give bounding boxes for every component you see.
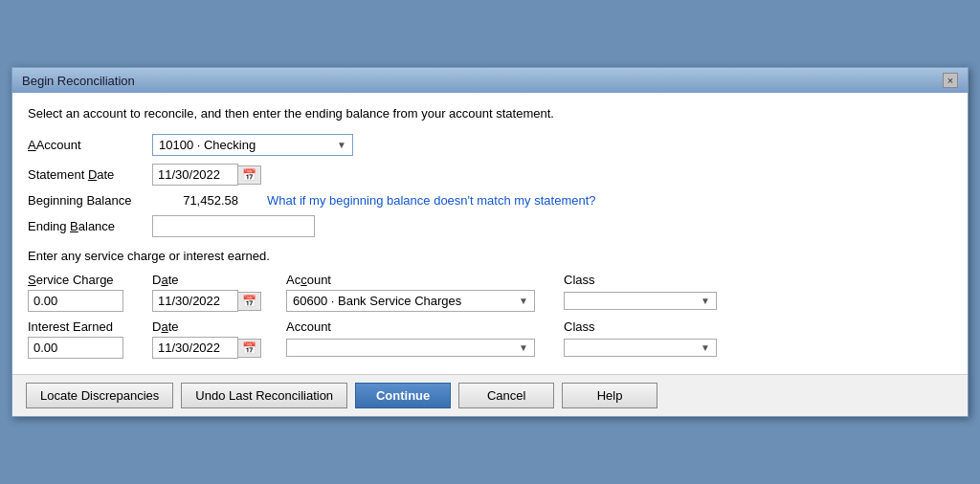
interest-earned-inputs-row: 📅 ▼ ▼ [28,337,952,359]
service-account-arrow: ▼ [519,296,528,306]
dialog-body: Select an account to reconcile, and then… [12,93,968,374]
interest-class-dropdown[interactable]: ▼ [564,339,717,357]
ending-balance-row: Ending Balance [28,215,952,237]
service-class-arrow: ▼ [701,296,710,306]
account-header-1: Account [286,273,339,290]
cancel-button[interactable]: Cancel [458,383,554,408]
service-date-input[interactable] [152,290,238,312]
account-value: 10100 · Checking [159,138,256,152]
undo-last-reconciliation-button[interactable]: Undo Last Reconciliation [181,383,347,408]
begin-reconciliation-dialog: Begin Reconciliation × Select an account… [11,67,969,417]
interest-date-calendar-icon[interactable]: 📅 [238,339,261,358]
service-section-label: Enter any service charge or interest ear… [28,249,952,263]
interest-class-arrow: ▼ [701,342,710,353]
interest-earned-header: Interest Earned [28,319,121,337]
interest-account-dropdown[interactable]: ▼ [286,339,535,357]
statement-date-container: 📅 [152,164,261,186]
dialog-title: Begin Reconciliation [22,74,135,88]
service-date-container: 📅 [152,290,267,312]
beginning-balance-row: Beginning Balance 71,452.58 What if my b… [28,193,952,208]
close-button[interactable]: × [943,73,958,88]
statement-date-calendar-icon[interactable]: 📅 [238,165,261,185]
interest-earned-headers: Interest Earned Date Account Class [28,319,952,334]
title-bar: Begin Reconciliation × [12,68,968,93]
continue-button[interactable]: Continue [355,383,451,408]
class-header-2: Class [564,319,603,337]
intro-text: Select an account to reconcile, and then… [28,106,952,121]
service-class-dropdown[interactable]: ▼ [564,292,717,310]
service-charge-header: Service Charge [28,273,122,290]
account-dropdown-arrow: ▼ [337,140,346,150]
button-bar: Locate Discrepancies Undo Last Reconcili… [12,374,968,416]
date-header-2: Date [152,319,186,337]
account-header-2: Account [286,319,339,337]
interest-account-arrow: ▼ [519,342,528,353]
service-account-value: 60600 · Bank Service Charges [293,294,461,308]
interest-earned-input[interactable] [28,337,123,359]
interest-date-container: 📅 [152,337,267,359]
service-charge-input[interactable] [28,290,123,312]
balance-mismatch-link[interactable]: What if my beginning balance doesn't mat… [267,193,596,208]
help-button[interactable]: Help [562,383,657,408]
account-dropdown[interactable]: 10100 · Checking ▼ [152,134,353,156]
ending-balance-label: Ending Balance [28,219,152,233]
service-charge-headers: Service Charge Date Account Class [28,273,952,287]
locate-discrepancies-button[interactable]: Locate Discrepancies [26,383,173,408]
statement-date-label: Statement Date [28,167,152,182]
service-charge-inputs-row: 📅 60600 · Bank Service Charges ▼ ▼ [28,290,952,312]
beginning-balance-value: 71,452.58 [152,193,238,208]
statement-date-row: Statement Date 📅 [28,164,952,186]
beginning-balance-label: Beginning Balance [28,193,152,208]
class-header-1: Class [564,273,603,290]
statement-date-input[interactable] [152,164,238,186]
service-date-calendar-icon[interactable]: 📅 [238,292,261,311]
service-account-dropdown[interactable]: 60600 · Bank Service Charges ▼ [286,290,535,312]
account-row: AAccount 10100 · Checking ▼ [28,134,952,156]
interest-date-input[interactable] [152,337,238,359]
date-header-1: Date [152,273,186,290]
ending-balance-input[interactable] [152,215,315,237]
account-label: AAccount [28,138,152,152]
